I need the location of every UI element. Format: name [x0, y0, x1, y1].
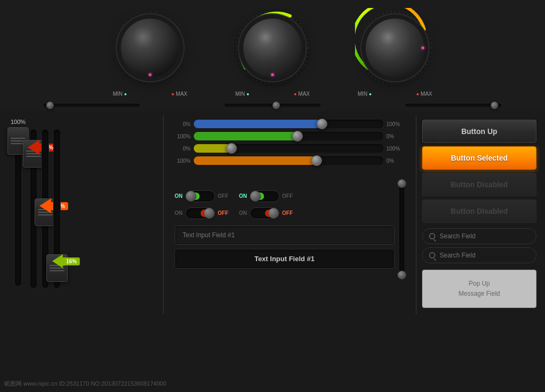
color-slider-3: 0% 100%	[175, 144, 405, 153]
toggle-2: ON OFF	[239, 190, 293, 202]
knob-3-body[interactable]	[366, 19, 424, 77]
color-slider-4: 100% 0%	[175, 156, 405, 165]
cs1-start: 0%	[175, 121, 191, 127]
center-v-track[interactable]	[399, 181, 405, 277]
cs3-thumb[interactable]	[226, 143, 237, 154]
text-inputs: Text Input Field #1	[175, 226, 394, 269]
knob-2-labels: MIN ● ● MAX	[235, 91, 310, 97]
knob-1-min-label: MIN ●	[113, 91, 127, 97]
toggle-2-on-label: ON	[239, 193, 247, 199]
search-1-icon	[429, 233, 435, 239]
h-slider-1[interactable]	[44, 104, 139, 107]
text-input-1[interactable]	[175, 226, 394, 245]
right-panel: Button Up Button Selected Button Disable…	[422, 115, 536, 314]
v-slider-1-label: 100%	[11, 119, 26, 125]
cs1-thumb[interactable]	[317, 119, 327, 129]
watermark: 昵图网 www.nipic.cn ID:2531170 NO:201307221…	[4, 380, 167, 388]
h-slider-3[interactable]	[406, 104, 501, 107]
center-v-thumb-top	[398, 179, 406, 188]
cs4-end: 0%	[386, 158, 405, 164]
toggle-1-on-label: ON	[175, 193, 183, 199]
search-2-input[interactable]	[440, 252, 530, 259]
toggle-3-track[interactable]	[185, 207, 215, 219]
toggle-3-on-label: ON	[175, 210, 183, 216]
knob-1-container: MIN ● ● MAX	[110, 8, 190, 97]
h-slider-2-thumb[interactable]	[272, 102, 280, 109]
knob-2-container: MIN ● ● MAX	[233, 8, 312, 97]
knob-3-indicator	[422, 47, 424, 49]
toggle-3: ON OFF	[175, 207, 228, 219]
v-slider-4-track: 16%	[53, 129, 61, 289]
popup-line2: Message Field	[428, 289, 531, 299]
color-slider-2: 100% 0%	[175, 132, 405, 140]
knob-1-wrapper[interactable]	[110, 8, 190, 88]
toggle-4: ON OFF	[239, 207, 293, 219]
popup-field[interactable]: Pop Up Message Field	[422, 270, 536, 308]
v-slider-4-group: 16%	[53, 129, 61, 289]
divider-1	[163, 115, 164, 314]
cs3-end: 100%	[386, 146, 405, 152]
knob-3-wrapper[interactable]	[355, 8, 435, 88]
vertical-sliders-panel: 100% 89%	[9, 115, 158, 314]
cs2-thumb[interactable]	[292, 131, 303, 141]
knob-3-container: MIN ● ● MAX	[355, 8, 435, 97]
knobs-section: MIN ● ● MAX	[0, 0, 545, 99]
divider-2	[416, 115, 417, 314]
toggle-1-track[interactable]	[185, 190, 215, 202]
cs2-end: 0%	[386, 134, 405, 139]
toggle-2-thumb[interactable]	[250, 191, 261, 202]
toggle-3-off-label: OFF	[218, 210, 228, 216]
cs4-start: 100%	[175, 158, 191, 164]
top-h-sliders-row	[0, 99, 545, 111]
toggle-row-2: ON OFF ON OFF	[175, 207, 394, 219]
toggle-1: ON OFF	[175, 190, 228, 202]
knob-3-labels: MIN ● ● MAX	[358, 91, 432, 97]
h-slider-2[interactable]	[225, 104, 320, 107]
knob-2-min-label: MIN ●	[235, 91, 250, 97]
v-slider-1-track	[14, 127, 22, 287]
cs1-end: 100%	[386, 121, 405, 127]
cs3-start: 0%	[175, 146, 191, 152]
cs3-track[interactable]	[194, 144, 383, 153]
toggle-4-track[interactable]	[250, 207, 279, 219]
button-up[interactable]: Button Up	[422, 120, 536, 143]
knob-1-indicator	[149, 73, 152, 76]
toggle-3-thumb[interactable]	[204, 208, 214, 219]
v-slider-4-flag: 16%	[52, 254, 80, 268]
h-slider-3-thumb[interactable]	[491, 102, 498, 109]
knob-1-body[interactable]	[121, 19, 179, 77]
cs2-start: 100%	[175, 134, 191, 139]
center-v-thumb-bottom	[398, 271, 406, 279]
main-content: 100% 89%	[0, 111, 545, 319]
cs4-thumb[interactable]	[311, 155, 322, 166]
cs2-track[interactable]	[194, 132, 383, 140]
button-selected[interactable]: Button Selected	[422, 146, 536, 170]
h-slider-1-thumb[interactable]	[46, 102, 54, 109]
toggle-4-on-label: ON	[239, 210, 247, 216]
center-v-slider	[399, 171, 405, 288]
search-field-2[interactable]	[422, 247, 536, 263]
text-input-label: Text Input Field #1	[175, 249, 394, 269]
toggle-4-thumb[interactable]	[268, 208, 279, 219]
knob-3-min-label: MIN ●	[358, 91, 372, 97]
toggle-1-off-label: OFF	[218, 193, 228, 199]
knob-1-labels: MIN ● ● MAX	[113, 91, 187, 97]
button-disabled-2: Button Disabled	[422, 199, 536, 223]
center-section: 0% 100% 100% 0% 0% 100%	[169, 115, 410, 314]
toggle-2-off-label: OFF	[282, 193, 293, 199]
search-field-1[interactable]	[422, 228, 536, 244]
cs4-track[interactable]	[194, 156, 383, 165]
knob-2-body[interactable]	[243, 19, 302, 77]
knob-1-max-label: ● MAX	[171, 91, 187, 97]
toggle-2-track[interactable]	[250, 190, 279, 202]
cs1-track[interactable]	[194, 120, 383, 128]
knob-2-max-label: ● MAX	[294, 91, 310, 97]
toggle-4-off-label: OFF	[282, 210, 293, 216]
knob-2-indicator	[271, 73, 274, 76]
knob-3-max-label: ● MAX	[416, 91, 432, 97]
toggle-row-1: ON OFF ON OFF	[175, 190, 394, 202]
toggle-1-thumb[interactable]	[186, 191, 196, 202]
knob-2-wrapper[interactable]	[233, 8, 312, 88]
search-1-input[interactable]	[440, 232, 530, 240]
popup-line1: Pop Up	[428, 279, 531, 289]
